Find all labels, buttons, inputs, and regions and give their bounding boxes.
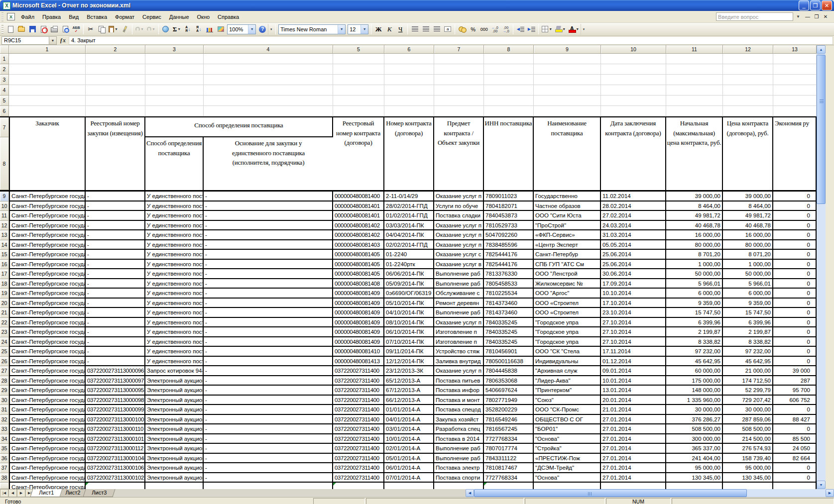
cell-6-13[interactable] [773,106,817,116]
row-header-23[interactable]: 23 [0,327,9,337]
sheet-tab-1[interactable]: Лист1 [30,489,62,497]
row-header-10[interactable]: 10 [0,202,9,211]
cell-10-6[interactable]: 28/02/2014-ГПД [384,202,434,211]
cell-5-8[interactable] [484,96,534,106]
cell-17-11[interactable]: 50 000,00 [666,269,723,279]
cell-14-3[interactable]: У единственного пост [145,240,204,250]
cell-32-1[interactable]: Санкт-Петербургское государ [9,415,86,425]
cell-23-8[interactable]: 7840335245 [484,327,534,337]
question-input[interactable]: Введите вопрос [716,12,793,21]
cell-27-3[interactable]: Запрос котировок 94- [145,366,204,376]
cell-23-7[interactable]: Изготовление п [434,327,484,337]
doc-restore-button[interactable]: ❐ [813,13,821,20]
cell-13-12[interactable]: 16 000,00 [723,230,773,240]
cell-23-12[interactable]: 2 199,87 [723,327,773,337]
underline-button[interactable]: Ч [395,24,406,35]
cell-10-8[interactable]: 7804182071 [484,202,534,211]
cell-24-3[interactable]: У единственного пост [145,337,204,347]
cell-1-10[interactable] [601,54,666,64]
cell-18-10[interactable]: 17.09.2014 [601,279,666,289]
cell-30-9[interactable]: "Союз" [534,396,601,405]
cell-30-8[interactable]: 7802771949 [484,396,534,405]
cell-39-6[interactable] [384,483,434,489]
italic-button[interactable]: К [384,24,395,35]
horizontal-scroll-thumb[interactable] [474,489,747,497]
cell-34-12[interactable]: 214 500,00 [723,434,773,444]
align-right-button[interactable] [431,24,442,35]
cell-31-13[interactable]: 0 [773,405,817,415]
chart-wizard-button[interactable] [204,24,215,35]
row-header-28[interactable]: 28 [0,376,9,386]
cell-19-3[interactable]: У единственного пост [145,289,204,299]
row-header-37[interactable]: 37 [0,463,9,473]
cell-37-13[interactable]: 0 [773,463,817,473]
cell-33-7[interactable]: Разработка спец [434,424,484,434]
cell-21-3[interactable]: У единственного пост [145,308,204,318]
cell-37-11[interactable]: 95 000,00 [666,463,723,473]
cell-15-7[interactable]: Оказание услуг с [434,250,484,260]
row-header-1[interactable]: 1 [0,54,9,64]
cell-24-13[interactable]: 0 [773,337,817,347]
cell-35-8[interactable]: 7807017774 [484,444,534,454]
cell-23-11[interactable]: 2 199,87 [666,327,723,337]
cell-23-6[interactable]: 06/10/2014-ПК [384,327,434,337]
cell-34-9[interactable]: "Основа" [534,434,601,444]
cell-6-11[interactable] [666,106,723,116]
row-header-35[interactable]: 35 [0,444,9,454]
cell-4-3[interactable] [145,85,204,96]
cell-9-8[interactable]: 7809011023 [484,192,534,202]
cell-18-4[interactable]: - [204,279,333,289]
cell-5-11[interactable] [666,96,723,106]
cell-30-5[interactable]: 037220027311400 [333,396,384,405]
cell-2-6[interactable] [384,64,434,75]
scroll-up-button[interactable]: ▲ [817,45,826,54]
cell-2-1[interactable] [9,64,86,75]
cell-11-6[interactable]: 01/02/2014-ГПД [384,211,434,221]
cell-36-5[interactable]: 037220027311400 [333,454,384,464]
cell-28-7[interactable]: Поставка питьев [434,376,484,386]
cell-37-1[interactable]: Санкт-Петербургское государ [9,463,86,473]
cell-23-3[interactable]: У единственного пост [145,327,204,337]
borders-button[interactable]: ▼ [540,24,554,35]
header-supplier-name[interactable]: Наименование поставщика [534,117,601,190]
cell-39-7[interactable] [434,483,484,489]
merge-center-button[interactable]: а [442,24,453,35]
decrease-decimal-button[interactable]: ,00→,0 [500,24,511,35]
cut-button[interactable]: ✂ [85,24,96,35]
cell-5-7[interactable] [434,96,484,106]
row-header-31[interactable]: 31 [0,405,9,415]
column-header-12[interactable]: 12 [723,45,773,54]
header-supplier-method[interactable]: Способ определения поставщика [145,117,333,137]
cell-16-3[interactable]: У единственного пост [145,260,204,270]
column-header-10[interactable]: 10 [601,45,666,54]
cell-24-7[interactable]: Изготовление п [434,337,484,347]
cell-30-3[interactable]: Электронный аукцион [145,396,204,405]
cell-1-7[interactable] [434,54,484,64]
header-purchase-registry-number[interactable]: Реестровый номер закупки (извещения) [86,117,145,190]
cell-34-7[interactable]: Поставка в 2014 [434,434,484,444]
zoom-combo[interactable]: 100% ▼ [227,24,256,34]
cell-6-1[interactable] [9,106,86,116]
cell-33-9[interactable]: "БОР01" [534,424,601,434]
cell-27-2[interactable]: 0372200273113000096 [86,366,145,376]
cell-31-2[interactable]: 0372200273113000099 [86,405,145,415]
cell-36-2[interactable]: 0372200273113000104 [86,454,145,464]
currency-button[interactable] [457,24,468,35]
cell-19-11[interactable]: 6 000,00 [666,289,723,299]
cell-16-6[interactable]: 01-2240ртк [384,260,434,270]
row-header-39[interactable] [0,483,9,489]
cell-17-5[interactable]: 000000480081405 [333,269,384,279]
permission-button[interactable] [38,24,49,35]
cell-4-1[interactable] [9,85,86,96]
name-box-dropdown-icon[interactable]: ▼ [49,36,57,45]
cell-37-5[interactable]: 037220027311400 [333,463,384,473]
cell-37-10[interactable]: 27.01.2014 [601,463,666,473]
cell-15-2[interactable]: - [86,250,145,260]
cell-14-13[interactable]: 0 [773,240,817,250]
cell-34-2[interactable]: 0372200273113000101 [86,434,145,444]
cell-35-11[interactable]: 365 337,00 [666,444,723,454]
cell-22-2[interactable]: - [86,318,145,328]
row-header-22[interactable]: 22 [0,318,9,328]
name-box[interactable]: R9C15 [1,36,49,45]
cell-23-1[interactable]: Санкт-Петербургское государ [9,327,86,337]
